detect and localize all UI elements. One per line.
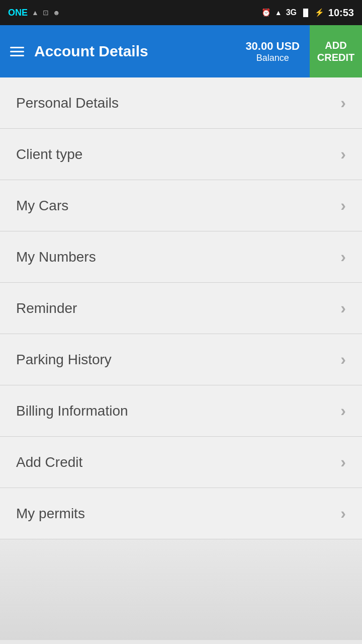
menu-item-parking-history[interactable]: Parking History›: [0, 334, 362, 385]
menu-item-label-parking-history: Parking History: [16, 352, 112, 368]
menu-item-client-type[interactable]: Client type›: [0, 129, 362, 180]
menu-item-billing-information[interactable]: Billing Information›: [0, 385, 362, 437]
menu-item-label-billing-information: Billing Information: [16, 403, 128, 419]
balance-amount: 30.00 USD: [245, 40, 300, 53]
menu-item-label-my-numbers: My Numbers: [16, 249, 96, 265]
chevron-right-icon-my-permits: ›: [340, 504, 346, 523]
status-bar: ONE ▲ ⊡ ☻ ⏰ ▲ 3G ▐▌ ⚡ 10:53: [0, 0, 362, 25]
status-bar-right: ⏰ ▲ 3G ▐▌ ⚡ 10:53: [261, 7, 354, 19]
carrier-name: ONE: [8, 8, 28, 18]
menu-item-label-personal-details: Personal Details: [16, 95, 119, 111]
hamburger-line-3: [10, 55, 24, 56]
image-icon: ⊡: [43, 9, 49, 17]
hamburger-line-2: [10, 51, 24, 52]
menu-item-label-add-credit: Add Credit: [16, 454, 82, 470]
menu-item-my-numbers[interactable]: My Numbers›: [0, 231, 362, 283]
balance-label: Balance: [256, 53, 289, 63]
status-time: 10:53: [328, 7, 354, 19]
network-type: 3G: [286, 8, 297, 17]
page-title: Account Details: [34, 43, 148, 60]
balance-section: 30.00 USD Balance: [235, 40, 310, 63]
app-bar-left: Account Details: [0, 43, 235, 60]
chevron-right-icon-client-type: ›: [340, 145, 346, 164]
app-bar: Account Details 30.00 USD Balance ADD CR…: [0, 25, 362, 77]
chevron-right-icon-add-credit: ›: [340, 453, 346, 471]
menu-item-my-cars[interactable]: My Cars›: [0, 180, 362, 231]
menu-item-personal-details[interactable]: Personal Details›: [0, 77, 362, 129]
status-bar-left: ONE ▲ ⊡ ☻: [8, 8, 60, 18]
chevron-right-icon-parking-history: ›: [340, 350, 346, 369]
chevron-right-icon-my-cars: ›: [340, 196, 346, 215]
menu-item-add-credit[interactable]: Add Credit›: [0, 437, 362, 488]
menu-item-label-reminder: Reminder: [16, 300, 77, 316]
signal-bars-icon: ▐▌: [301, 9, 311, 17]
menu-item-label-my-permits: My permits: [16, 506, 85, 522]
alarm-icon: ⏰: [261, 8, 271, 17]
add-credit-button[interactable]: ADD CREDIT: [310, 25, 362, 77]
bottom-area: [0, 539, 362, 640]
menu-item-reminder[interactable]: Reminder›: [0, 283, 362, 334]
menu-list: Personal Details›Client type›My Cars›My …: [0, 77, 362, 539]
signal-icon-1: ▲: [32, 9, 39, 17]
wifi-icon: ▲: [275, 9, 282, 17]
chevron-right-icon-my-numbers: ›: [340, 248, 346, 266]
battery-icon: ⚡: [315, 8, 324, 17]
hamburger-line-1: [10, 47, 24, 48]
menu-item-my-permits[interactable]: My permits›: [0, 488, 362, 539]
chevron-right-icon-billing-information: ›: [340, 401, 346, 420]
menu-item-label-my-cars: My Cars: [16, 198, 68, 214]
add-credit-line2: CREDIT: [317, 51, 354, 63]
hamburger-menu-button[interactable]: [10, 47, 24, 56]
add-credit-line1: ADD: [325, 39, 346, 51]
chevron-right-icon-personal-details: ›: [340, 94, 346, 112]
android-icon: ☻: [53, 9, 60, 17]
menu-item-label-client-type: Client type: [16, 146, 82, 163]
chevron-right-icon-reminder: ›: [340, 299, 346, 317]
